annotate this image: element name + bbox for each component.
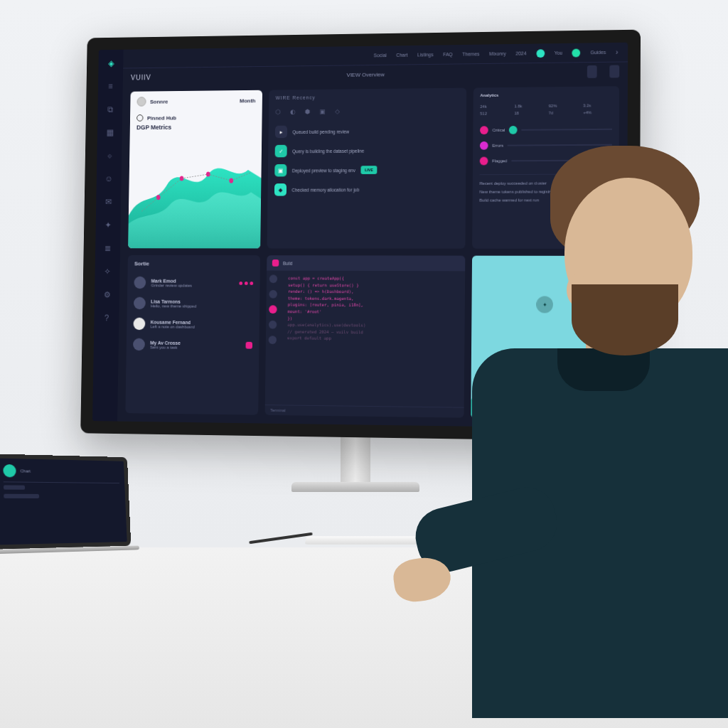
color-dot-icon	[480, 157, 488, 166]
sidebar-bell-icon[interactable]: ✧	[101, 264, 114, 278]
activity-item[interactable]: ✓ Query is building the dataset pipeline	[275, 140, 459, 161]
laptop: Chart	[0, 454, 131, 549]
chat-item[interactable]: Kousame FernandLeft a note on dashboard	[127, 314, 259, 335]
gutter-dot-icon	[269, 336, 277, 344]
sidebar-docs-icon[interactable]: ≣	[101, 242, 114, 255]
activity-card: WIRE Recency ⬡ ◐ ⬢ ▣ ◇ ▸ Queued build pe…	[267, 88, 467, 249]
gutter-dot-icon	[269, 305, 277, 314]
code-body[interactable]: const app = createApp({ setup() { return…	[279, 271, 465, 407]
pin-icon	[136, 114, 143, 122]
list-item: Recent deploy succeeded on cluster	[479, 178, 611, 188]
account-dot-icon	[572, 48, 581, 57]
activity-item[interactable]: ▸ Queued build pending review	[275, 121, 459, 141]
filter-icons: ⬡ ◐ ⬢ ▣ ◇	[275, 107, 459, 115]
filter-icon[interactable]: ▣	[320, 108, 326, 115]
chevron-right-icon[interactable]: ›	[616, 48, 618, 56]
color-dot-icon	[509, 126, 518, 134]
gutter-dot-icon	[269, 274, 277, 283]
activity-text: Deployed preview to staging env	[292, 168, 355, 173]
stats-grid: 24k 1.8k 92% 3.2s 512 18 7d +4%	[480, 103, 612, 116]
sidebar-chat-icon[interactable]: ✉	[102, 195, 115, 208]
metric-label: Errors	[492, 144, 503, 148]
laptop-label: Chart	[20, 469, 31, 473]
chart-title: DGP Metrics	[130, 123, 262, 134]
list-item: New theme tokens published to registry	[479, 187, 611, 196]
nav-link[interactable]: Social	[374, 53, 387, 58]
preview-card[interactable]: ✦	[471, 256, 619, 420]
activity-chip-icon: ◆	[274, 183, 287, 196]
sidebar-layers-icon[interactable]: ⧉	[104, 102, 117, 116]
laptop-status-icon	[3, 464, 16, 478]
preview-badge-icon: ✦	[536, 296, 553, 313]
user-avatar	[133, 338, 145, 351]
chat-item[interactable]: Mark EmodGrinder review updates	[127, 272, 260, 294]
activity-item[interactable]: ◆ Checked memory allocation for job	[274, 179, 459, 199]
activity-chip-icon: ▸	[275, 126, 287, 139]
code-line: export default app	[287, 335, 456, 343]
code-gutter	[265, 271, 280, 405]
nav-link[interactable]: Chart	[396, 53, 407, 58]
activity-text: Query is building the dataset pipeline	[292, 148, 364, 153]
chat-msg: Sent you a task	[150, 345, 177, 349]
filter-icon[interactable]: ◇	[335, 108, 340, 115]
code-line: const app = createApp({	[288, 275, 456, 282]
activity-tag: LIVE	[360, 166, 377, 174]
stat-value: 18	[514, 111, 543, 115]
stat-value: 512	[480, 111, 508, 115]
metric-label: Flagged	[492, 159, 507, 163]
color-dot-icon	[480, 126, 488, 134]
app-title: VUIIV	[131, 73, 151, 81]
filter-icon[interactable]: ◐	[290, 108, 296, 115]
sidebar-home-icon[interactable]: ◈	[105, 56, 118, 70]
activity-header: WIRE Recency	[276, 94, 460, 100]
area-chart	[128, 133, 262, 249]
user-avatar	[134, 297, 146, 309]
code-header: Build	[283, 261, 293, 266]
activity-chip-icon: ✓	[275, 145, 287, 158]
account-label[interactable]: Guides	[590, 50, 606, 55]
keyboard	[305, 536, 520, 544]
user-avatar	[134, 277, 146, 289]
chat-list-card: Sortie Mark EmodGrinder review updates L…	[125, 255, 260, 415]
status-dots-icon	[239, 282, 253, 285]
activity-text: Checked memory allocation for job	[291, 187, 359, 192]
section-label: VIEW Overview	[347, 71, 385, 77]
header-action-icon[interactable]	[609, 65, 619, 78]
status-dot-icon	[536, 49, 545, 58]
activity-text: Queued build pending review	[292, 129, 349, 134]
app-screen: ◈ ≡ ⧉ ▦ ⟐ ☺ ✉ ✦ ≣ ✧ ⚙ ? Social Chart Lis…	[92, 43, 628, 429]
nav-link[interactable]: FAQ	[443, 52, 453, 57]
badge-icon	[246, 342, 253, 349]
list-item: Build cache warmed for next run	[479, 196, 611, 204]
nav-link[interactable]: Mixonry	[489, 51, 506, 56]
chart-pin-label: Pinned Hub	[147, 114, 176, 121]
nav-link[interactable]: 2024	[515, 51, 526, 56]
chat-item[interactable]: Lisa TarmonsHello, new theme shipped	[127, 293, 260, 314]
nav-link[interactable]: Themes	[462, 51, 479, 56]
color-dot-icon	[480, 141, 488, 150]
metric-row[interactable]: Flagged	[480, 153, 612, 169]
sidebar-chart-icon[interactable]: ≡	[104, 80, 117, 93]
sidebar-grid-icon[interactable]: ▦	[103, 126, 117, 139]
sidebar-help-icon[interactable]: ?	[100, 311, 114, 325]
sidebar-code-icon[interactable]: ⟐	[102, 149, 116, 162]
chat-item[interactable]: My Av CrosseSent you a task	[127, 334, 259, 356]
metric-row[interactable]: Errors	[480, 137, 612, 154]
sidebar-users-icon[interactable]: ☺	[102, 172, 116, 186]
activity-item[interactable]: ▣ Deployed preview to staging env LIVE	[274, 160, 459, 181]
sidebar-settings-icon[interactable]: ⚙	[100, 288, 114, 301]
filter-icon[interactable]: ⬢	[305, 108, 311, 115]
metric-row[interactable]: Critical	[480, 122, 612, 138]
stat-value: 1.8k	[514, 104, 543, 108]
chart-card: Sonnre Month Pinned Hub DGP Metrics	[128, 90, 262, 249]
activity-chip-icon: ▣	[274, 164, 287, 177]
preview-mini-icon	[591, 398, 612, 414]
stat-value: 3.2s	[583, 103, 612, 107]
nav-link[interactable]: Listings	[417, 52, 434, 57]
header-action-icon[interactable]	[587, 65, 597, 78]
filter-icon[interactable]: ⬡	[275, 109, 281, 116]
sidebar-plugin-icon[interactable]: ✦	[102, 218, 115, 232]
chat-msg: Left a note on dashboard	[151, 324, 195, 328]
stat-value: 7d	[549, 110, 578, 114]
stat-value: +4%	[583, 110, 612, 114]
